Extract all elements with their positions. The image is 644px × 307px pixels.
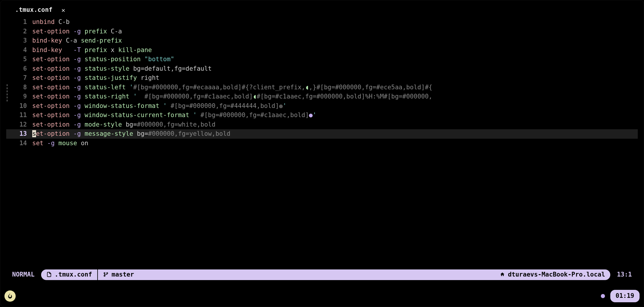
line-content[interactable]: set-option -g status-position "bottom" bbox=[32, 55, 638, 64]
line-number: 1 bbox=[6, 17, 32, 27]
mode-indicator: NORMAL bbox=[12, 269, 41, 280]
tmux-status-bar: 01:19 bbox=[4, 290, 640, 303]
line-number: 3 bbox=[6, 36, 32, 46]
tab-label: .tmux.conf bbox=[15, 5, 52, 15]
svg-point-1 bbox=[104, 275, 105, 277]
svg-point-2 bbox=[107, 273, 108, 274]
code-area[interactable]: 1unbind C-b2set-option -g prefix C-a3bin… bbox=[0, 17, 644, 148]
statusline-fill bbox=[139, 269, 494, 280]
statusline-filename: .tmux.conf bbox=[55, 270, 92, 279]
code-line[interactable]: 6set-option -g status-style bg=default,f… bbox=[6, 64, 638, 74]
line-number: 5 bbox=[6, 55, 32, 64]
line-content[interactable]: set-option -g status-right ' #[bg=#00000… bbox=[32, 92, 638, 101]
code-line[interactable]: 8set-option -g status-left '#[bg=#000000… bbox=[6, 83, 638, 92]
code-line[interactable]: 3bind-key C-a send-prefix bbox=[6, 36, 638, 46]
statusline-filename-pill: .tmux.conf bbox=[41, 269, 97, 280]
status-line: NORMAL .tmux.conf master dturaevs-MacBoo… bbox=[12, 269, 632, 280]
close-icon[interactable]: × bbox=[59, 5, 67, 15]
line-number: 14 bbox=[6, 139, 32, 148]
branch-icon bbox=[103, 270, 109, 279]
line-content[interactable]: set-option -g mode-style bg=#000000,fg=w… bbox=[32, 120, 638, 130]
line-content[interactable]: set-option -g status-style bg=default,fg… bbox=[32, 64, 638, 74]
line-content[interactable]: set-option -g prefix C-a bbox=[32, 27, 638, 36]
file-icon bbox=[46, 270, 52, 279]
code-line[interactable]: 4bind-key -T prefix x kill-pane bbox=[6, 46, 638, 55]
line-number: 4 bbox=[6, 46, 32, 55]
line-content[interactable]: bind-key C-a send-prefix bbox=[32, 36, 638, 46]
window-dot-icon[interactable] bbox=[601, 294, 605, 298]
statusline-host-pill: dturaevs-MacBook-Pro.local bbox=[494, 269, 611, 280]
code-line[interactable]: 5set-option -g status-position "bottom" bbox=[6, 55, 638, 64]
statusline-branch: master bbox=[111, 270, 134, 279]
line-number: 8 bbox=[6, 83, 32, 92]
code-line[interactable]: 13set-option -g message-style bg=#000000… bbox=[6, 129, 638, 139]
tab-bar: .tmux.conf × bbox=[0, 0, 644, 17]
line-number: 12 bbox=[6, 120, 32, 130]
code-line[interactable]: 14set -g mouse on bbox=[6, 139, 638, 148]
tab-tmux-conf[interactable]: .tmux.conf × bbox=[15, 5, 67, 15]
statusline-branch-pill: master bbox=[98, 269, 139, 280]
cursor-position: 13:1 bbox=[610, 269, 632, 280]
editor-window: .tmux.conf × 1unbind C-b2set-option -g p… bbox=[0, 0, 644, 307]
code-line[interactable]: 12set-option -g mode-style bg=#000000,fg… bbox=[6, 120, 638, 130]
statusline-host: dturaevs-MacBook-Pro.local bbox=[508, 270, 605, 279]
code-line[interactable]: 1unbind C-b bbox=[6, 17, 638, 27]
clock: 01:19 bbox=[610, 290, 640, 302]
code-line[interactable]: 9set-option -g status-right ' #[bg=#0000… bbox=[6, 92, 638, 101]
home-icon bbox=[500, 270, 505, 279]
line-number: 2 bbox=[6, 27, 32, 36]
flame-icon bbox=[4, 290, 16, 302]
line-content[interactable]: set-option -g message-style bg=#000000,f… bbox=[32, 129, 638, 139]
line-content[interactable]: bind-key -T prefix x kill-pane bbox=[32, 46, 638, 55]
git-change-marker bbox=[7, 84, 8, 101]
code-line[interactable]: 2set-option -g prefix C-a bbox=[6, 27, 638, 36]
line-number: 13 bbox=[6, 129, 32, 139]
svg-point-0 bbox=[104, 273, 105, 274]
line-content[interactable]: set -g mouse on bbox=[32, 139, 638, 148]
line-number: 7 bbox=[6, 73, 32, 83]
tmux-right-group: 01:19 bbox=[601, 290, 640, 302]
line-number: 9 bbox=[6, 92, 32, 101]
line-content[interactable]: set-option -g window-status-format ' #[b… bbox=[32, 101, 638, 111]
code-line[interactable]: 10set-option -g window-status-format ' #… bbox=[6, 101, 638, 111]
line-content[interactable]: set-option -g window-status-current-form… bbox=[32, 111, 638, 120]
line-content[interactable]: unbind C-b bbox=[32, 17, 638, 27]
line-content[interactable]: set-option -g status-left '#[bg=#000000,… bbox=[32, 83, 638, 92]
code-line[interactable]: 11set-option -g window-status-current-fo… bbox=[6, 111, 638, 120]
line-content[interactable]: set-option -g status-justify right bbox=[32, 73, 638, 83]
code-line[interactable]: 7set-option -g status-justify right bbox=[6, 73, 638, 83]
line-number: 6 bbox=[6, 64, 32, 74]
line-number: 10 bbox=[6, 101, 32, 111]
line-number: 11 bbox=[6, 111, 32, 120]
